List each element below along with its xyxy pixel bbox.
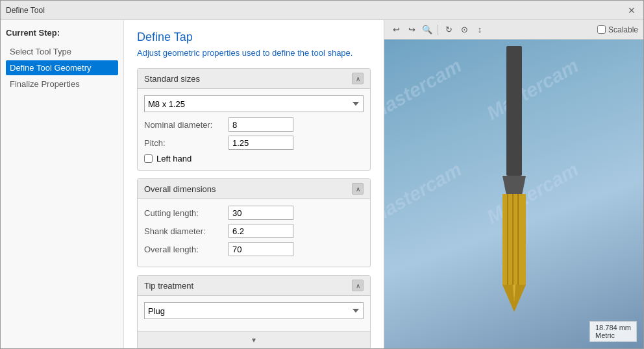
nominal-diameter-input[interactable]	[229, 117, 293, 132]
tip-treatment-collapse[interactable]: ∧	[352, 280, 364, 291]
tip-treatment-title: Tip treatment	[144, 281, 193, 291]
sidebar: Current Step: Select Tool Type Define To…	[1, 20, 124, 348]
toolbar-icon-3[interactable]: 🔍	[421, 23, 434, 36]
title-bar: Define Tool ✕	[1, 1, 643, 20]
pitch-label: Pitch:	[144, 138, 229, 148]
standard-sizes-section: Standard sizes ∧ M8 x 1.25 M6 x 1.0 M10 …	[137, 68, 371, 171]
tip-treatment-body: Plug Taper Bottoming	[138, 296, 370, 331]
left-hand-label: Left hand	[156, 154, 192, 163]
close-button[interactable]: ✕	[625, 4, 638, 17]
tip-treatment-header[interactable]: Tip treatment ∧	[138, 276, 370, 296]
preview-panel: ↩ ↪ 🔍 ↻ ⊙ ↕ Scalable Mastercam Mastercam…	[384, 20, 643, 348]
description-text-prefix: Adjust geometric properties used	[137, 48, 263, 58]
size-select[interactable]: M8 x 1.25 M6 x 1.0 M10 x 1.5 M12 x 1.75	[144, 95, 364, 112]
watermark-1: Mastercam	[384, 54, 465, 125]
sidebar-title: Current Step:	[6, 28, 118, 38]
toolbar-icon-6[interactable]: ↕	[473, 23, 486, 36]
overall-length-label: Overall length:	[144, 245, 229, 254]
tool-diagram	[488, 46, 540, 319]
measurement-value: 18.784 mm	[595, 324, 631, 331]
expand-more-icon: ▾	[252, 335, 256, 344]
nominal-diameter-row: Nominal diameter:	[144, 117, 364, 132]
main-content: Current Step: Select Tool Type Define To…	[1, 20, 643, 348]
overall-dimensions-section: Overall dimensions ∧ Cutting length: Sha…	[137, 178, 371, 267]
cutting-length-input[interactable]	[229, 206, 293, 220]
tip-select[interactable]: Plug Taper Bottoming	[144, 302, 364, 319]
scalable-checkbox[interactable]	[597, 25, 606, 34]
tip-treatment-section: Tip treatment ∧ Plug Taper Bottoming ▾	[137, 275, 371, 348]
sidebar-item-select-tool-type[interactable]: Select Tool Type	[6, 44, 118, 59]
cutting-length-row: Cutting length:	[144, 206, 364, 220]
scalable-text: Scalable	[608, 25, 638, 34]
overall-dimensions-title: Overall dimensions	[144, 184, 216, 194]
shank-diameter-row: Shank diameter:	[144, 224, 364, 238]
overall-length-input[interactable]	[229, 242, 293, 256]
main-window: Define Tool ✕ Current Step: Select Tool …	[0, 0, 644, 349]
page-description: Adjust geometric properties used to defi…	[137, 48, 371, 58]
description-link: to define the tool shape	[263, 48, 351, 58]
left-hand-checkbox[interactable]	[144, 154, 153, 163]
standard-sizes-header[interactable]: Standard sizes ∧	[138, 69, 370, 89]
overall-dimensions-collapse[interactable]: ∧	[352, 183, 364, 195]
svg-marker-1	[502, 176, 526, 195]
svg-rect-0	[506, 46, 522, 176]
shank-diameter-input[interactable]	[229, 224, 293, 238]
sidebar-item-define-tool-geometry[interactable]: Define Tool Geometry	[6, 60, 118, 75]
page-title: Define Tap	[137, 30, 371, 44]
toolbar-icon-2[interactable]: ↪	[405, 23, 418, 36]
measurement-unit: Metric	[595, 331, 615, 339]
overall-length-row: Overall length:	[144, 242, 364, 256]
description-text-suffix: .	[351, 48, 353, 58]
overall-dimensions-header[interactable]: Overall dimensions ∧	[138, 179, 370, 199]
expand-more-button[interactable]: ▾	[138, 331, 370, 348]
sidebar-item-finalize-properties[interactable]: Finalize Properties	[6, 77, 118, 91]
watermark-3: Mastercam	[384, 158, 465, 228]
measurement-label: 18.784 mm Metric	[589, 321, 637, 342]
left-hand-row: Left hand	[144, 154, 364, 163]
preview-canvas: Mastercam Mastercam Mastercam Mastercam	[384, 40, 643, 348]
svg-rect-2	[502, 194, 526, 285]
cutting-length-label: Cutting length:	[144, 208, 229, 218]
nominal-diameter-label: Nominal diameter:	[144, 120, 229, 130]
toolbar-icon-4[interactable]: ↻	[442, 23, 455, 36]
window-title: Define Tool	[6, 6, 45, 15]
standard-sizes-body: M8 x 1.25 M6 x 1.0 M10 x 1.5 M12 x 1.75 …	[138, 89, 370, 170]
pitch-row: Pitch:	[144, 136, 364, 150]
content-area: Define Tap Adjust geometric properties u…	[124, 20, 384, 348]
standard-sizes-collapse[interactable]: ∧	[352, 73, 364, 84]
overall-dimensions-body: Cutting length: Shank diameter: Overall …	[138, 199, 370, 267]
toolbar-icon-5[interactable]: ⊙	[458, 23, 471, 36]
pitch-input[interactable]	[229, 136, 293, 150]
scalable-label: Scalable	[597, 25, 638, 34]
preview-toolbar: ↩ ↪ 🔍 ↻ ⊙ ↕ Scalable	[384, 20, 643, 40]
toolbar-icon-1[interactable]: ↩	[390, 23, 402, 36]
toolbar-sep-1	[438, 25, 438, 35]
shank-diameter-label: Shank diameter:	[144, 226, 229, 236]
standard-sizes-title: Standard sizes	[144, 74, 200, 84]
